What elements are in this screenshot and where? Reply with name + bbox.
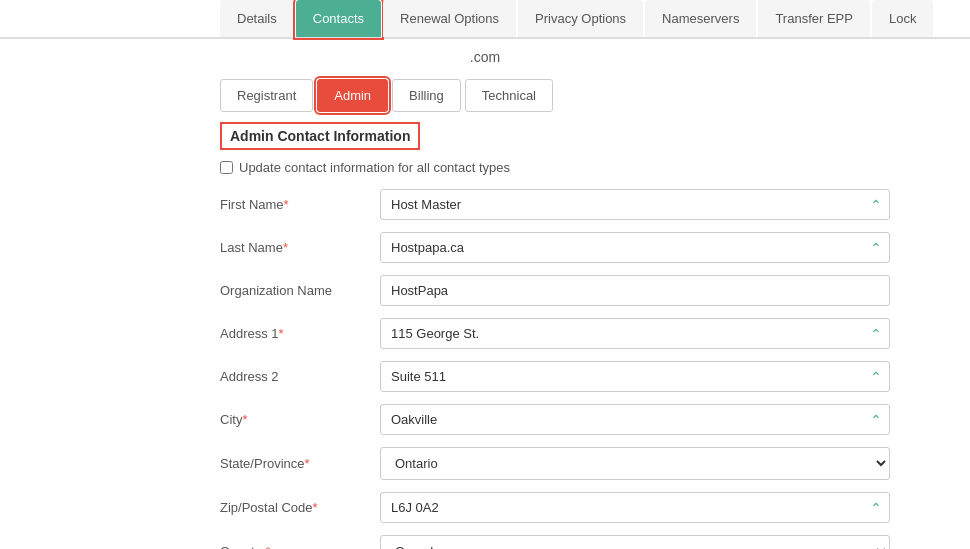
antenna-icon-address1: ⌃: [870, 326, 882, 342]
antenna-icon-last-name: ⌃: [870, 240, 882, 256]
input-last-name[interactable]: [380, 232, 890, 263]
label-address2: Address 2: [220, 369, 380, 384]
form-row-address1: Address 1*⌃: [220, 318, 890, 349]
form-row-country: Country*Canada: [220, 535, 890, 549]
checkbox-label: Update contact information for all conta…: [239, 160, 510, 175]
checkbox-row: Update contact information for all conta…: [220, 160, 970, 175]
input-first-name[interactable]: [380, 189, 890, 220]
sub-tab-admin[interactable]: Admin: [317, 79, 388, 112]
label-state: State/Province*: [220, 456, 380, 471]
label-org-name: Organization Name: [220, 283, 380, 298]
label-last-name: Last Name*: [220, 240, 380, 255]
input-wrap-address1: ⌃: [380, 318, 890, 349]
label-country: Country*: [220, 544, 380, 549]
domain-label: .com: [0, 39, 970, 71]
update-all-checkbox[interactable]: [220, 161, 233, 174]
input-wrap-first-name: ⌃: [380, 189, 890, 220]
input-wrap-address2: ⌃: [380, 361, 890, 392]
input-org-name[interactable]: [380, 275, 890, 306]
sub-tab-technical[interactable]: Technical: [465, 79, 553, 112]
sub-tab-registrant[interactable]: Registrant: [220, 79, 313, 112]
label-address1: Address 1*: [220, 326, 380, 341]
input-zip[interactable]: [380, 492, 890, 523]
section-title: Admin Contact Information: [220, 122, 420, 150]
input-wrap-zip: ⌃: [380, 492, 890, 523]
form-row-last-name: Last Name*⌃: [220, 232, 890, 263]
top-tab-nameservers[interactable]: Nameservers: [645, 0, 756, 37]
select-state[interactable]: Ontario: [380, 447, 890, 480]
top-tab-renewal[interactable]: Renewal Options: [383, 0, 516, 37]
top-tab-details[interactable]: Details: [220, 0, 294, 37]
input-address1[interactable]: [380, 318, 890, 349]
top-tab-privacy[interactable]: Privacy Options: [518, 0, 643, 37]
input-city[interactable]: [380, 404, 890, 435]
input-wrap-state: Ontario: [380, 447, 890, 480]
input-address2[interactable]: [380, 361, 890, 392]
form-row-org-name: Organization Name: [220, 275, 890, 306]
form-row-address2: Address 2⌃: [220, 361, 890, 392]
sub-tabs-bar: RegistrantAdminBillingTechnical: [0, 79, 970, 112]
select-country[interactable]: Canada: [380, 535, 890, 549]
form-row-first-name: First Name*⌃: [220, 189, 890, 220]
input-wrap-city: ⌃: [380, 404, 890, 435]
antenna-icon-zip: ⌃: [870, 500, 882, 516]
top-tab-lock[interactable]: Lock: [872, 0, 933, 37]
label-first-name: First Name*: [220, 197, 380, 212]
antenna-icon-first-name: ⌃: [870, 197, 882, 213]
input-wrap-last-name: ⌃: [380, 232, 890, 263]
form-row-zip: Zip/Postal Code*⌃: [220, 492, 890, 523]
form-area: First Name*⌃Last Name*⌃Organization Name…: [0, 189, 970, 549]
sub-tab-billing[interactable]: Billing: [392, 79, 461, 112]
top-tabs-bar: DetailsContactsRenewal OptionsPrivacy Op…: [0, 0, 970, 39]
form-row-city: City*⌃: [220, 404, 890, 435]
input-wrap-country: Canada: [380, 535, 890, 549]
top-tab-contacts[interactable]: Contacts: [296, 0, 381, 37]
label-zip: Zip/Postal Code*: [220, 500, 380, 515]
input-wrap-org-name: [380, 275, 890, 306]
form-row-state: State/Province*Ontario: [220, 447, 890, 480]
top-tab-transferepp[interactable]: Transfer EPP: [758, 0, 870, 37]
label-city: City*: [220, 412, 380, 427]
antenna-icon-address2: ⌃: [870, 369, 882, 385]
antenna-icon-city: ⌃: [870, 412, 882, 428]
